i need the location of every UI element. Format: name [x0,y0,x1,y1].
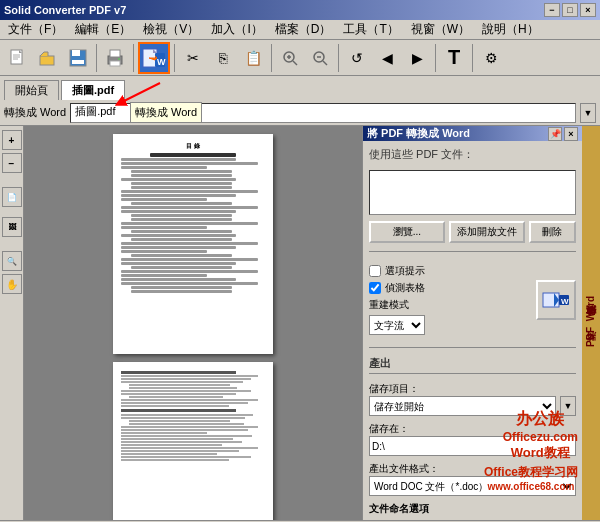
rebuild-select[interactable]: 文字流 [369,315,425,335]
toolbar-sep-6 [435,44,436,72]
save-in-label: 儲存在： [369,423,409,434]
open-button[interactable] [34,44,62,72]
menu-file2[interactable]: 檔案（D） [269,19,338,40]
save-dropdown[interactable]: ▼ [560,396,576,416]
right-strip: 將 PDF 轉換成 Word [582,126,600,520]
svg-line-23 [323,61,327,65]
main-content: + − 📄 🖼 🔍 ✋ 目 錄 [0,126,600,520]
convert-arrow-area: 選項提示 偵測表格 重建模式 文字流 [369,260,576,339]
file-list-label: 使用這些 PDF 文件： [369,147,576,162]
file-list-box[interactable] [369,170,576,215]
pdf-panel[interactable]: 目 錄 [24,126,362,520]
save-in-row: 儲存在： [369,422,576,456]
zoom-out-button[interactable] [306,44,334,72]
menu-edit[interactable]: 編輯（E） [69,19,137,40]
paste-button[interactable]: 📋 [239,44,267,72]
toolbar-sep-4 [271,44,272,72]
save-options-row: 儲存項目： 儲存並開始 ▼ [369,382,576,416]
new-button[interactable] [4,44,32,72]
cut-button[interactable]: ✂ [179,44,207,72]
arrow-annotation [110,78,170,111]
save-in-input[interactable] [369,436,576,456]
toolbar-sep-3 [174,44,175,72]
checkbox-detect-label: 偵測表格 [385,281,425,295]
menu-view[interactable]: 檢視（V） [137,19,205,40]
checkbox-tip[interactable] [369,265,381,277]
copy-button[interactable]: ⎘ [209,44,237,72]
toolbar: W ✂ ⎘ 📋 ↺ ◀ ▶ T ⚙ [0,40,600,76]
menu-file[interactable]: 文件（F） [2,19,69,40]
maximize-button[interactable]: □ [562,3,578,17]
checkbox-detect-row: 偵測表格 [369,281,425,295]
checkbox-tip-label: 選項提示 [385,264,425,278]
right-strip-text: 將 PDF 轉換成 Word [585,296,597,350]
checkbox-detect[interactable] [369,282,381,294]
toolbar-sep-1 [96,44,97,72]
btn-row-1: 瀏覽... 添加開放文件 刪除 [369,221,576,243]
divider-2 [369,347,576,348]
next-button[interactable]: ▶ [403,44,431,72]
left-sidebar: + − 📄 🖼 🔍 ✋ [0,126,24,520]
convert-pin-button[interactable]: 📌 [548,127,562,141]
browse-button[interactable]: 瀏覽... [369,221,445,243]
svg-point-12 [118,58,120,60]
svg-text:W: W [157,57,166,67]
menu-tools[interactable]: 工具（T） [337,19,404,40]
tab-start[interactable]: 開始頁 [4,80,59,100]
rebuild-label: 重建模式 [369,298,409,312]
print-button[interactable] [101,44,129,72]
addr-label: 轉換成 Word [4,105,66,120]
menu-bar: 文件（F） 編輯（E） 檢視（V） 加入（I） 檔案（D） 工具（T） 視窗（W… [0,20,600,40]
svg-rect-5 [40,56,54,65]
title-bar: Solid Converter PDF v7 − □ × [0,0,600,20]
tab-bar: 開始頁 插圖.pdf [0,76,600,100]
address-bar: 轉換成 Word 插圖.pdf ▼ [0,100,600,126]
rotate-button[interactable]: ↺ [343,44,371,72]
save-select-row: 儲存並開始 ▼ [369,396,576,416]
zoom-in-button[interactable] [276,44,304,72]
svg-rect-8 [72,60,84,64]
convert-execute-button[interactable]: W [536,280,576,320]
output-format-row: 產出文件格式： Word DOC 文件（*.doc） [369,462,576,496]
svg-text:W: W [561,297,569,306]
pdf-page-1: 目 錄 [113,134,273,354]
convert-body: 使用這些 PDF 文件： 瀏覽... 添加開放文件 刪除 選項提示 [363,141,582,522]
rebuild-row: 重建模式 [369,298,425,312]
save-button[interactable] [64,44,92,72]
save-select[interactable]: 儲存並開始 [369,396,556,416]
menu-help[interactable]: 說明（H） [476,19,545,40]
output-format-select[interactable]: Word DOC 文件（*.doc） [369,476,576,496]
toolbar-sep-2 [133,44,134,72]
sidebar-thumb-btn[interactable]: 🖼 [2,217,22,237]
pdf-page-2 [113,362,273,520]
checkbox-tip-row: 選項提示 [369,264,425,278]
convert-panel: 將 PDF 轉換成 Word 📌 × 使用這些 PDF 文件： 瀏覽... 添加… [362,126,582,520]
file-naming-label: 文件命名選項 [369,502,576,516]
prev-button[interactable]: ◀ [373,44,401,72]
sidebar-page-btn[interactable]: 📄 [2,187,22,207]
svg-rect-7 [72,50,80,56]
text-tool-button[interactable]: T [440,44,468,72]
menu-window[interactable]: 視窗（W） [405,19,476,40]
close-button[interactable]: × [580,3,596,17]
add-open-button[interactable]: 添加開放文件 [449,221,525,243]
convert-title: 將 PDF 轉換成 Word [367,126,470,141]
sidebar-hand-btn[interactable]: ✋ [2,274,22,294]
menu-add[interactable]: 加入（I） [205,19,268,40]
divider-1 [369,251,576,252]
sidebar-zoom-btn[interactable]: 🔍 [2,251,22,271]
svg-line-30 [120,83,160,103]
delete-button[interactable]: 刪除 [529,221,576,243]
convert-word-button[interactable]: W [138,42,170,74]
settings-button[interactable]: ⚙ [477,44,505,72]
minimize-button[interactable]: − [544,3,560,17]
convert-close-button[interactable]: × [564,127,578,141]
sidebar-add-btn[interactable]: + [2,130,22,150]
app-title: Solid Converter PDF v7 [4,4,126,16]
addr-dropdown[interactable]: ▼ [580,103,596,123]
sidebar-remove-btn[interactable]: − [2,153,22,173]
toolbar-sep-5 [338,44,339,72]
svg-rect-11 [110,61,120,66]
save-options-label: 儲存項目： [369,383,419,394]
output-format-label: 產出文件格式： [369,463,439,474]
